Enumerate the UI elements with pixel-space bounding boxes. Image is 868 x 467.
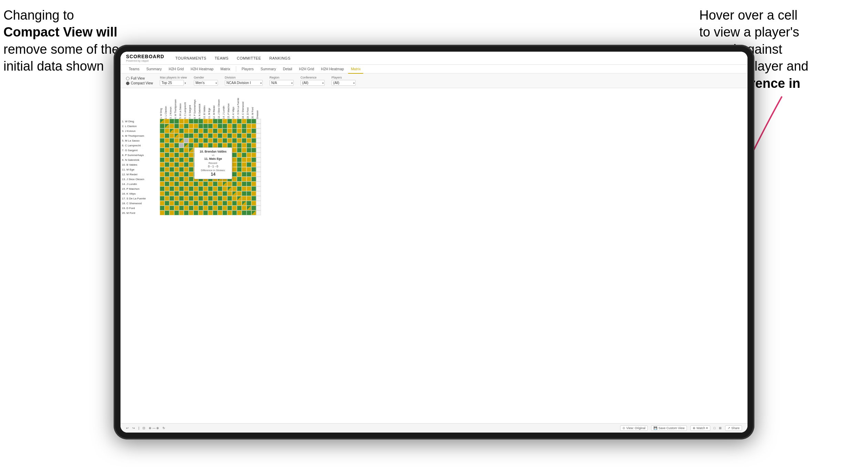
grid-cell[interactable] xyxy=(208,143,213,148)
grid-cell[interactable] xyxy=(184,191,189,196)
grid-cell[interactable] xyxy=(208,133,213,138)
grid-cell[interactable] xyxy=(213,191,218,196)
grid-cell[interactable] xyxy=(247,181,251,186)
grid-cell[interactable] xyxy=(184,206,189,210)
grid-cell[interactable] xyxy=(179,138,184,143)
grid-cell[interactable] xyxy=(213,138,218,143)
grid-cell[interactable] xyxy=(237,128,242,133)
grid-cell[interactable] xyxy=(213,128,218,133)
grid-cell[interactable] xyxy=(208,201,213,206)
grid-cell[interactable] xyxy=(232,157,237,162)
grid-cell[interactable] xyxy=(198,210,203,215)
grid-cell[interactable] xyxy=(208,210,213,215)
grid-cell[interactable] xyxy=(194,143,198,148)
grid-cell[interactable] xyxy=(232,177,237,181)
grid-cell[interactable] xyxy=(208,124,213,128)
grid-cell[interactable] xyxy=(179,148,184,153)
grid-cell[interactable] xyxy=(165,186,169,191)
grid-cell[interactable] xyxy=(189,148,194,153)
zoom-fit[interactable]: ⊡ xyxy=(143,426,145,430)
grid-cell[interactable] xyxy=(194,196,198,201)
grid-cell[interactable] xyxy=(208,138,213,143)
grid-cell[interactable] xyxy=(227,143,232,148)
tab-players-h2h-grid[interactable]: H2H Grid xyxy=(296,65,317,73)
grid-cell[interactable] xyxy=(227,201,232,206)
grid-cell[interactable] xyxy=(189,157,194,162)
grid-cell[interactable] xyxy=(208,119,213,124)
view-original-btn[interactable]: ⊙ View: Original xyxy=(620,425,648,431)
grid-cell[interactable] xyxy=(222,186,227,191)
grid-cell[interactable] xyxy=(160,201,165,206)
grid-cell[interactable] xyxy=(165,206,169,210)
grid-cell[interactable] xyxy=(179,157,184,162)
grid-cell[interactable] xyxy=(256,157,261,162)
grid-cell[interactable] xyxy=(218,181,222,186)
grid-cell[interactable] xyxy=(256,181,261,186)
grid-cell[interactable] xyxy=(189,206,194,210)
grid-cell[interactable] xyxy=(169,133,174,138)
grid-cell[interactable] xyxy=(203,181,208,186)
grid-cell[interactable] xyxy=(179,177,184,181)
grid-cell[interactable] xyxy=(189,186,194,191)
grid-cell[interactable] xyxy=(237,186,242,191)
share-btn[interactable]: ↗ Share xyxy=(725,425,742,431)
grid-cell[interactable] xyxy=(256,167,261,172)
grid-cell[interactable] xyxy=(169,128,174,133)
grid-cell[interactable] xyxy=(198,143,203,148)
grid-cell[interactable] xyxy=(203,201,208,206)
grid-cell[interactable] xyxy=(184,133,189,138)
grid-cell[interactable] xyxy=(227,186,232,191)
grid-cell[interactable] xyxy=(218,210,222,215)
grid-cell[interactable] xyxy=(194,119,198,124)
grid-cell[interactable] xyxy=(169,162,174,167)
grid-cell[interactable] xyxy=(213,119,218,124)
grid-cell[interactable] xyxy=(194,133,198,138)
grid-cell[interactable] xyxy=(256,148,261,153)
grid-cell[interactable] xyxy=(198,124,203,128)
grid-cell[interactable] xyxy=(242,167,247,172)
grid-cell[interactable] xyxy=(247,201,251,206)
grid-cell[interactable] xyxy=(194,206,198,210)
grid-cell[interactable] xyxy=(198,133,203,138)
grid-cell[interactable] xyxy=(232,191,237,196)
grid-cell[interactable] xyxy=(184,177,189,181)
grid-cell[interactable] xyxy=(189,153,194,157)
grid-cell[interactable] xyxy=(237,143,242,148)
grid-cell[interactable] xyxy=(184,186,189,191)
grid-cell[interactable] xyxy=(165,133,169,138)
grid-cell[interactable] xyxy=(174,119,179,124)
grid-cell[interactable] xyxy=(194,210,198,215)
grid-cell[interactable] xyxy=(184,119,189,124)
grid-cell[interactable] xyxy=(222,196,227,201)
tab-players-matrix[interactable]: Matrix xyxy=(348,65,364,74)
grid-cell[interactable] xyxy=(242,143,247,148)
grid-cell[interactable] xyxy=(232,196,237,201)
grid-cell[interactable] xyxy=(256,206,261,210)
grid-cell[interactable] xyxy=(198,196,203,201)
grid-cell[interactable] xyxy=(174,181,179,186)
grid-cell[interactable] xyxy=(189,201,194,206)
grid-cell[interactable] xyxy=(174,162,179,167)
grid-cell[interactable] xyxy=(184,138,189,143)
grid-cell[interactable] xyxy=(174,206,179,210)
grid-cell[interactable] xyxy=(203,124,208,128)
grid-cell[interactable] xyxy=(198,181,203,186)
grid-cell[interactable] xyxy=(251,191,256,196)
grid-cell[interactable] xyxy=(232,133,237,138)
grid-cell[interactable] xyxy=(227,128,232,133)
grid-cell[interactable] xyxy=(165,153,169,157)
grid-cell[interactable] xyxy=(213,210,218,215)
grid-cell[interactable] xyxy=(174,157,179,162)
grid-cell[interactable] xyxy=(174,210,179,215)
grid-cell[interactable] xyxy=(247,138,251,143)
grid-cell[interactable] xyxy=(165,172,169,177)
grid-cell[interactable] xyxy=(237,124,242,128)
grid-cell[interactable] xyxy=(184,210,189,215)
grid-cell[interactable] xyxy=(203,143,208,148)
grid-cell[interactable] xyxy=(232,119,237,124)
grid-cell[interactable] xyxy=(242,201,247,206)
grid-cell[interactable] xyxy=(174,167,179,172)
grid-cell[interactable] xyxy=(179,181,184,186)
grid-cell[interactable] xyxy=(203,191,208,196)
grid-cell[interactable] xyxy=(179,210,184,215)
